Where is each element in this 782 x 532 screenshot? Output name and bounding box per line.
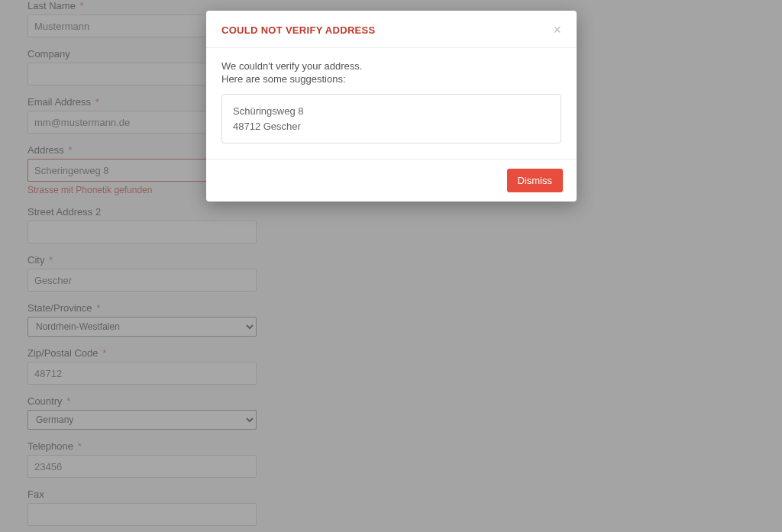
modal-body: We couldn't verify your address. Here ar… bbox=[206, 48, 577, 159]
dismiss-button[interactable]: Dismiss bbox=[507, 169, 564, 192]
modal-title: COULD NOT VERIFY ADDRESS bbox=[221, 24, 376, 36]
suggestion-line-1: Schüringsweg 8 bbox=[233, 104, 550, 119]
close-icon[interactable]: × bbox=[553, 23, 561, 37]
modal-footer: Dismiss bbox=[206, 159, 577, 202]
modal-message-2: Here are some suggestions: bbox=[221, 73, 561, 85]
suggestion-line-2: 48712 Gescher bbox=[233, 119, 550, 134]
address-suggestion[interactable]: Schüringsweg 8 48712 Gescher bbox=[221, 94, 561, 143]
modal-header: COULD NOT VERIFY ADDRESS × bbox=[206, 11, 577, 48]
verify-address-modal: COULD NOT VERIFY ADDRESS × We couldn't v… bbox=[206, 11, 577, 202]
modal-message-1: We couldn't verify your address. bbox=[221, 60, 561, 72]
